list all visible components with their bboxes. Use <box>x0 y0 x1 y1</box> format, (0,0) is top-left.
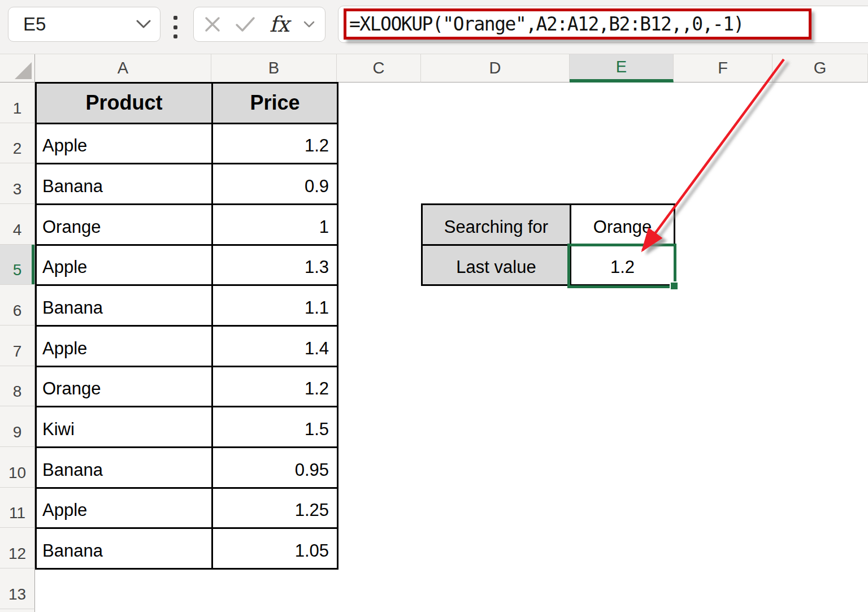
cell-a2[interactable]: Apple <box>37 124 213 165</box>
cell-e4-lookup-value[interactable]: Orange <box>571 205 675 246</box>
row-header-partial <box>0 609 35 612</box>
name-box-value: E5 <box>23 14 136 35</box>
row-header-3[interactable]: 3 <box>0 163 35 204</box>
cell-b4[interactable]: 1 <box>213 205 338 246</box>
cell-a12[interactable]: Banana <box>37 529 213 570</box>
row-header-5[interactable]: 5 <box>0 245 35 285</box>
column-header-a[interactable]: A <box>35 54 211 83</box>
cell-a9[interactable]: Kiwi <box>37 407 213 448</box>
cell-a10[interactable]: Banana <box>37 448 213 489</box>
product-header-cell[interactable]: Product <box>37 84 213 124</box>
insert-function-icon[interactable]: fx <box>270 14 290 35</box>
cell-e5-result[interactable]: 1.2 <box>571 246 675 287</box>
fx-chevron-down-icon[interactable] <box>303 21 315 28</box>
cell-a7[interactable]: Apple <box>37 327 213 367</box>
row-header-6[interactable]: 6 <box>0 285 35 325</box>
row-header-8[interactable]: 8 <box>0 366 35 407</box>
cell-b7[interactable]: 1.4 <box>213 327 338 367</box>
cell-b11[interactable]: 1.25 <box>213 489 338 529</box>
kebab-separator-icon <box>171 16 179 38</box>
row-header-12[interactable]: 12 <box>0 528 35 568</box>
row-header-9[interactable]: 9 <box>0 406 35 447</box>
row-header-1[interactable]: 1 <box>0 83 35 123</box>
row-headers: 1 2 3 4 5 6 7 8 9 10 11 12 13 <box>0 83 35 612</box>
row-header-11[interactable]: 11 <box>0 488 35 528</box>
cell-a4[interactable]: Orange <box>37 205 213 246</box>
cell-a5[interactable]: Apple <box>37 246 213 287</box>
cell-b3[interactable]: 0.9 <box>213 164 338 205</box>
row-header-4[interactable]: 4 <box>0 204 35 245</box>
cell-d4-searching-for[interactable]: Searching for <box>423 205 571 246</box>
row-header-10[interactable]: 10 <box>0 447 35 488</box>
column-header-e[interactable]: E <box>570 54 674 83</box>
cell-a6[interactable]: Banana <box>37 286 213 327</box>
cell-b9[interactable]: 1.5 <box>213 407 338 448</box>
column-headers: A B C D E F G <box>35 54 868 83</box>
cell-b5[interactable]: 1.3 <box>213 246 338 287</box>
column-header-f[interactable]: F <box>674 54 772 83</box>
cell-b12[interactable]: 1.05 <box>213 529 338 570</box>
formula-text: =XLOOKUP("Orange",A2:A12,B2:B12,,0,-1) <box>349 13 744 35</box>
row-header-2[interactable]: 2 <box>0 123 35 164</box>
select-all-corner[interactable] <box>0 54 35 83</box>
column-header-c[interactable]: C <box>337 54 421 83</box>
lookup-table: Searching for Orange Last value 1.2 <box>421 203 675 286</box>
row-header-13[interactable]: 13 <box>0 568 35 609</box>
product-price-table: Product Price Apple 1.2 Banana 0.9 Orang… <box>35 82 338 570</box>
column-header-b[interactable]: B <box>211 54 337 83</box>
spreadsheet-app: E5 fx =XLOOKUP("Orange",A2:A12, <box>0 0 868 612</box>
cell-b8[interactable]: 1.2 <box>213 367 338 408</box>
row-header-7[interactable]: 7 <box>0 325 35 366</box>
formula-highlight-box: =XLOOKUP("Orange",A2:A12,B2:B12,,0,-1) <box>344 8 811 40</box>
cell-b10[interactable]: 0.95 <box>213 448 338 489</box>
fill-handle[interactable] <box>670 281 679 290</box>
column-header-g[interactable]: G <box>772 54 868 83</box>
select-all-triangle-icon <box>15 62 32 79</box>
cell-d5-last-value[interactable]: Last value <box>423 246 571 287</box>
formula-buttons-group: fx <box>193 7 326 42</box>
enter-check-icon[interactable] <box>235 16 255 32</box>
cell-a11[interactable]: Apple <box>37 489 213 529</box>
formula-strip: E5 fx =XLOOKUP("Orange",A2:A12, <box>0 0 868 54</box>
chevron-down-icon[interactable] <box>136 20 151 29</box>
formula-bar[interactable]: =XLOOKUP("Orange",A2:A12,B2:B12,,0,-1) <box>338 6 868 43</box>
name-box[interactable]: E5 <box>8 7 160 42</box>
cell-a3[interactable]: Banana <box>37 164 213 205</box>
column-header-d[interactable]: D <box>421 54 570 83</box>
cell-b2[interactable]: 1.2 <box>213 124 338 165</box>
cell-b6[interactable]: 1.1 <box>213 286 338 327</box>
cell-a8[interactable]: Orange <box>37 367 213 408</box>
price-header-cell[interactable]: Price <box>213 84 338 124</box>
cancel-x-icon[interactable] <box>204 16 221 33</box>
